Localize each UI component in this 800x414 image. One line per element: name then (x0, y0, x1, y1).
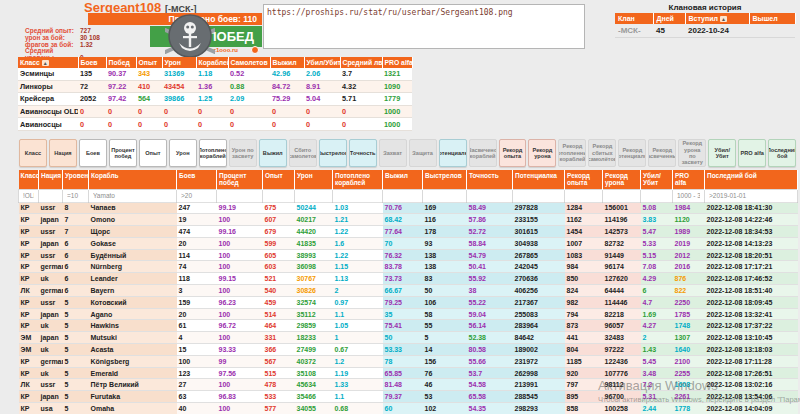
filter-button[interactable]: Потоплено кораблей (199, 139, 227, 167)
filter-button[interactable]: Засвечено кораблей (469, 139, 497, 167)
filter-button[interactable]: Выстрелов (319, 139, 347, 167)
ship-cell: ussr (39, 296, 63, 308)
ships-col-header[interactable]: Потенциалка (513, 170, 565, 189)
filter-input-6[interactable] (265, 190, 292, 202)
ships-col-header[interactable]: Последний бой (705, 170, 798, 189)
ship-cell: 1.1 (333, 391, 383, 403)
filter-button[interactable]: Потенциалка (439, 139, 467, 167)
summary-col-header[interactable]: Убил/Убит (304, 57, 340, 68)
ships-col-header[interactable]: Процент побед (217, 170, 263, 189)
ship-cell: 262998 (513, 367, 565, 379)
filter-button[interactable]: Рекорд урона по засвету (678, 139, 706, 167)
summary-col-header[interactable]: Выжил (270, 57, 304, 68)
filter-button[interactable]: Выжил (259, 139, 287, 167)
ship-cell: 100 (177, 355, 217, 367)
filter-button[interactable]: Опыт (139, 139, 167, 167)
ship-cell: 7 (63, 226, 89, 238)
ship-cell: 514 (263, 308, 295, 320)
ships-col-header[interactable]: PRO alfa (673, 170, 705, 189)
filter-button[interactable]: Класс (19, 139, 47, 167)
filter-button[interactable]: Процент побед (109, 139, 137, 167)
filter-input-4[interactable] (179, 190, 214, 202)
filter-input-11[interactable] (469, 190, 510, 202)
filter-input-12[interactable] (515, 190, 562, 202)
ship-cell: 138 (423, 261, 467, 273)
ships-col-header[interactable]: Опыт (263, 170, 295, 189)
filter-button[interactable]: Нация (49, 139, 77, 167)
ship-cell: 30767 (295, 273, 333, 285)
filter-button[interactable]: Сбито самолетов (289, 139, 317, 167)
filter-input-0[interactable] (21, 190, 36, 202)
summary-col-header[interactable]: Кораблей (196, 57, 228, 68)
filter-input-7[interactable] (297, 190, 330, 202)
ships-col-header[interactable]: Точность (467, 170, 513, 189)
ship-row: КРussr5Котовский15996.23459325740.9779.2… (19, 296, 798, 308)
summary-col-header[interactable]: PRO alfa (382, 57, 412, 68)
filter-input-14[interactable] (605, 190, 638, 202)
filter-button[interactable]: Точность (349, 139, 377, 167)
filter-button[interactable]: Убил/Убит (708, 139, 736, 167)
filter-input-15[interactable] (643, 190, 670, 202)
filter-input-16[interactable] (675, 190, 702, 202)
ship-cell: 4.7 (641, 296, 673, 308)
summary-col-header[interactable]: Средний лвл (340, 57, 382, 68)
ships-header-row: КлассНацияУровень▲КорабльБоевПроцент поб… (19, 170, 798, 189)
ships-col-header[interactable]: Нация (39, 170, 63, 189)
summary-col-header[interactable]: Опыт (136, 57, 162, 68)
site-link[interactable]: z1ooo.ru (213, 47, 238, 53)
ships-col-header[interactable]: Боев (177, 170, 217, 189)
filter-input-9[interactable] (385, 190, 420, 202)
filter-input-13[interactable] (567, 190, 600, 202)
ships-col-header[interactable]: Класс (19, 170, 39, 189)
filter-input-1[interactable] (41, 190, 60, 202)
filter-button[interactable]: Рекорд потенциалки (618, 139, 646, 167)
ship-cell: 96.83 (217, 391, 263, 403)
ship-cell: 7.08 (641, 261, 673, 273)
filter-input-5[interactable] (219, 190, 260, 202)
filter-input-3[interactable] (91, 190, 174, 202)
ship-cell: КР (19, 249, 39, 261)
ship-cell: 100 (217, 285, 263, 297)
filter-button[interactable]: Урон по засвету (229, 139, 257, 167)
userbar-url-textarea[interactable]: https://proships.ru/stat/ru/userbar/Serg… (263, 4, 585, 49)
ship-cell: 93.33 (217, 344, 263, 356)
clan-col-header[interactable]: Клан (615, 13, 653, 24)
ship-cell: 267865 (513, 249, 565, 261)
filter-input-2[interactable] (65, 190, 86, 202)
summary-cell: 0 (304, 105, 340, 118)
ships-col-header[interactable]: Выстрелов (423, 170, 467, 189)
summary-col-header[interactable]: Побед (106, 57, 136, 68)
summary-col-header[interactable]: Класс▲ (18, 57, 78, 68)
filter-button[interactable]: Последний бой (768, 139, 796, 167)
ships-col-header[interactable]: Уровень▲ (63, 170, 89, 189)
ships-col-header[interactable]: Потоплено кораблей (333, 170, 383, 189)
clan-col-header[interactable]: Дней (653, 13, 685, 24)
filter-button[interactable]: PRO alfa (738, 139, 766, 167)
ships-col-header[interactable]: Корабль (89, 170, 177, 189)
filter-cell (705, 189, 798, 202)
filter-button[interactable]: Рекорд опыта (499, 139, 527, 167)
summary-cell: 90.37 (106, 68, 136, 80)
ships-col-header[interactable]: Убил/Убит (641, 170, 673, 189)
filter-button[interactable]: Урон (169, 139, 197, 167)
ships-col-header[interactable]: Рекорд урона (603, 170, 641, 189)
summary-col-header[interactable]: Самолетов (228, 57, 270, 68)
summary-col-header[interactable]: Урон (162, 57, 196, 68)
filter-button[interactable]: Рекорд потопленных кораблей (558, 139, 586, 167)
clan-col-header[interactable]: Вступил▲ (685, 13, 749, 24)
filter-input-10[interactable] (425, 190, 464, 202)
ships-col-header[interactable]: Рекорд опыта (565, 170, 603, 189)
filter-button[interactable]: Захват (379, 139, 407, 167)
class-name-cell: Авианосцы OLD (18, 105, 78, 118)
filter-button[interactable]: Рекорд урона (528, 139, 556, 167)
ships-col-header[interactable]: Урон (295, 170, 333, 189)
filter-button[interactable]: Рекорд сбитых самолётов (588, 139, 616, 167)
filter-input-8[interactable] (335, 190, 380, 202)
filter-button[interactable]: Защита (409, 139, 437, 167)
clan-col-header[interactable]: Вышел (749, 13, 795, 24)
ships-col-header[interactable]: Выжил (383, 170, 423, 189)
filter-input-17[interactable] (707, 190, 795, 202)
filter-button[interactable]: Рекорд засвеченных (648, 139, 676, 167)
summary-col-header[interactable]: Боев (78, 57, 106, 68)
filter-button[interactable]: Боев (79, 139, 107, 167)
